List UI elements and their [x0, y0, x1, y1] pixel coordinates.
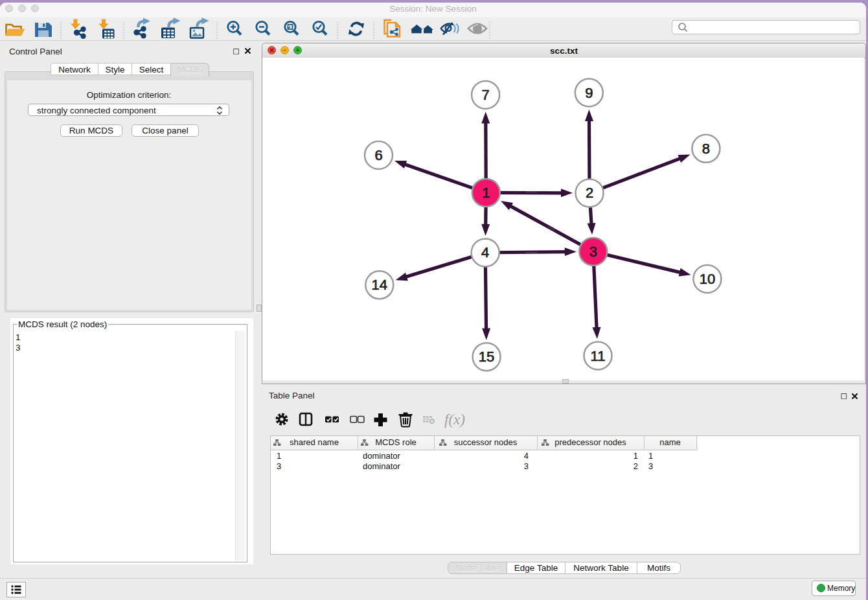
svg-text:7: 7	[481, 87, 489, 103]
svg-text:10: 10	[700, 271, 715, 287]
svg-text:6: 6	[374, 147, 382, 163]
svg-text:11: 11	[591, 348, 606, 364]
svg-text:3: 3	[589, 244, 597, 260]
svg-text:f(x): f(x)	[444, 411, 465, 428]
svg-text:8: 8	[702, 141, 710, 157]
svg-text:2: 2	[586, 185, 593, 201]
svg-text:15: 15	[479, 349, 494, 365]
svg-text:4: 4	[481, 244, 489, 260]
svg-text:1: 1	[482, 185, 490, 201]
svg-text:14: 14	[372, 277, 387, 293]
svg-text:9: 9	[585, 85, 593, 101]
